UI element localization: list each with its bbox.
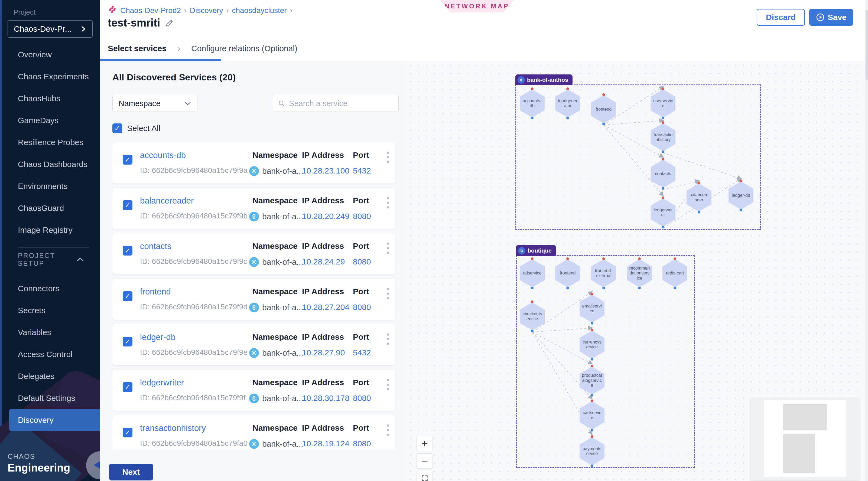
sidebar-item-environments[interactable]: Environments	[0, 175, 100, 197]
hexagon-shape[interactable]: adservice	[520, 259, 545, 287]
hexagon-shape[interactable]: ledger-db	[728, 181, 753, 210]
ip-address-value[interactable]: 10.28.19.124	[302, 439, 349, 448]
hexagon-shape[interactable]: accounts-db	[520, 89, 545, 118]
sidebar-item-secrets[interactable]: Secrets	[0, 299, 100, 321]
ip-address-value[interactable]: 10.28.23.100	[302, 166, 349, 175]
sidebar-item-discovery[interactable]: Discovery	[9, 409, 100, 431]
ip-address-value[interactable]: 10.28.20.249	[302, 212, 349, 221]
service-checkbox[interactable]: ✓	[123, 291, 132, 301]
service-checkbox[interactable]: ✓	[123, 337, 132, 347]
port-value[interactable]: 8080	[353, 257, 371, 266]
map-node-emailservice[interactable]: emailservice	[580, 294, 604, 323]
hexagon-shape[interactable]: frontend	[591, 95, 616, 123]
breadcrumb-link-chaos-dev-prod2[interactable]: Chaos-Dev-Prod2	[120, 6, 181, 15]
next-button[interactable]: Next	[109, 464, 153, 480]
cluster-badge-boutique[interactable]: boutique	[516, 245, 556, 256]
sidebar-item-connectors[interactable]: Connectors	[0, 278, 100, 299]
kebab-menu-icon[interactable]	[382, 243, 393, 254]
hexagon-shape[interactable]: frontend-external	[591, 259, 616, 287]
sidebar-item-delegates[interactable]: Delegates	[0, 365, 100, 387]
project-setup-header[interactable]: PROJECT SETUP	[0, 248, 100, 271]
search-input[interactable]	[289, 99, 394, 108]
zoom-in-button[interactable]: +	[416, 436, 433, 451]
map-node-frontend-external[interactable]: frontend-external	[591, 259, 616, 287]
hexagon-shape[interactable]: userservice	[651, 89, 676, 118]
sidebar-item-gamedays[interactable]: GameDays	[0, 109, 100, 131]
hexagon-shape[interactable]: emailservice	[580, 294, 604, 323]
service-name-link[interactable]: accounts-db	[140, 151, 186, 160]
map-minimap[interactable]	[751, 398, 859, 480]
port-value[interactable]: 5432	[353, 166, 371, 175]
zoom-out-button[interactable]: −	[416, 453, 433, 469]
kebab-menu-icon[interactable]	[382, 152, 393, 163]
ip-address-value[interactable]: 10.28.27.90	[302, 348, 345, 357]
map-node-accounts-db[interactable]: accounts-db	[520, 89, 545, 118]
map-node-ledgerwriter[interactable]: ledgerwriter	[651, 198, 676, 227]
kebab-menu-icon[interactable]	[382, 333, 393, 345]
map-node-ledger-db[interactable]: ledger-db	[728, 181, 753, 210]
port-value[interactable]: 8080	[353, 212, 371, 221]
map-node-frontend[interactable]: frontend	[555, 259, 580, 287]
hexagon-shape[interactable]: loadgenerator	[555, 89, 580, 118]
ip-address-value[interactable]: 10.28.27.204	[302, 302, 349, 312]
hexagon-shape[interactable]: frontend	[555, 259, 580, 287]
service-name-link[interactable]: ledgerwriter	[140, 378, 184, 388]
kebab-menu-icon[interactable]	[382, 197, 393, 209]
sidebar-item-resilience-probes[interactable]: Resilience Probes	[0, 131, 100, 153]
ip-address-value[interactable]: 10.28.24.29	[302, 257, 345, 266]
save-button[interactable]: Save	[809, 9, 853, 26]
map-node-adservice[interactable]: adservice	[520, 259, 545, 287]
sidebar-item-chaoshubs[interactable]: ChaosHubs	[0, 88, 100, 109]
tab-select-services[interactable]: Select services	[108, 44, 166, 53]
map-node-paymentservice[interactable]: paymentservice	[580, 437, 604, 465]
breadcrumb-link-discovery[interactable]: Discovery	[190, 6, 223, 15]
service-checkbox[interactable]: ✓	[123, 246, 132, 256]
hexagon-shape[interactable]: redis-cart	[662, 259, 687, 287]
tab-configure-relations-optional[interactable]: Configure relations (Optional)	[191, 44, 298, 53]
map-node-loadgenerator[interactable]: loadgenerator	[555, 89, 580, 118]
hexagon-shape[interactable]: ledgerwriter	[651, 198, 676, 227]
service-checkbox[interactable]: ✓	[123, 428, 132, 438]
map-node-balancereader[interactable]: balancereader	[686, 184, 711, 212]
edit-pencil-icon[interactable]	[165, 19, 174, 28]
hexagon-shape[interactable]: recommendationservice	[627, 259, 652, 287]
service-checkbox[interactable]: ✓	[123, 200, 132, 210]
service-name-link[interactable]: contacts	[140, 242, 171, 251]
hexagon-shape[interactable]: contacts	[651, 160, 676, 188]
service-name-link[interactable]: frontend	[140, 287, 171, 297]
port-value[interactable]: 8080	[353, 393, 371, 403]
map-node-currencyservice[interactable]: currencyservice	[580, 330, 604, 359]
select-all-checkbox[interactable]: ✓	[113, 123, 122, 133]
hexagon-shape[interactable]: balancereader	[686, 184, 711, 212]
map-node-contacts[interactable]: contacts	[651, 160, 676, 188]
service-name-link[interactable]: ledger-db	[140, 332, 176, 342]
map-node-redis-cart[interactable]: redis-cart	[662, 259, 687, 287]
service-name-link[interactable]: balancereader	[140, 196, 194, 206]
hexagon-shape[interactable]: transactionhistory	[651, 123, 676, 151]
project-selector[interactable]: Chaos-Dev-Pr...	[8, 20, 93, 38]
ip-address-value[interactable]: 10.28.30.178	[302, 393, 349, 403]
service-name-link[interactable]: transactionhistory	[140, 423, 206, 433]
kebab-menu-icon[interactable]	[382, 288, 393, 299]
map-node-checkoutservice[interactable]: checkoutservice	[520, 302, 545, 330]
hexagon-shape[interactable]: currencyservice	[580, 330, 604, 359]
port-value[interactable]: 5432	[353, 348, 371, 357]
page-scrollbar[interactable]	[865, 0, 868, 481]
sidebar-item-variables[interactable]: Variables	[0, 321, 100, 343]
namespace-filter-dropdown[interactable]: Namespace	[113, 95, 197, 112]
map-node-frontend[interactable]: frontend	[591, 95, 616, 123]
sidebar-item-access-control[interactable]: Access Control	[0, 343, 100, 365]
sidebar-item-chaos-dashboards[interactable]: Chaos Dashboards	[0, 153, 100, 175]
sidebar-item-chaos-experiments[interactable]: Chaos Experiments	[0, 65, 100, 88]
kebab-menu-icon[interactable]	[382, 424, 393, 436]
map-node-transactionhistory[interactable]: transactionhistory	[651, 123, 676, 151]
map-node-recommendationservice[interactable]: recommendationservice	[627, 259, 652, 287]
service-checkbox[interactable]: ✓	[123, 382, 132, 392]
sidebar-item-chaosguard[interactable]: ChaosGuard	[0, 197, 100, 219]
sidebar-item-image-registry[interactable]: Image Registry	[0, 219, 100, 241]
hexagon-shape[interactable]: cartservice	[580, 402, 604, 429]
service-checkbox[interactable]: ✓	[123, 155, 132, 165]
port-value[interactable]: 8080	[353, 439, 371, 448]
fullscreen-button[interactable]	[416, 471, 433, 481]
kebab-menu-icon[interactable]	[382, 379, 393, 390]
